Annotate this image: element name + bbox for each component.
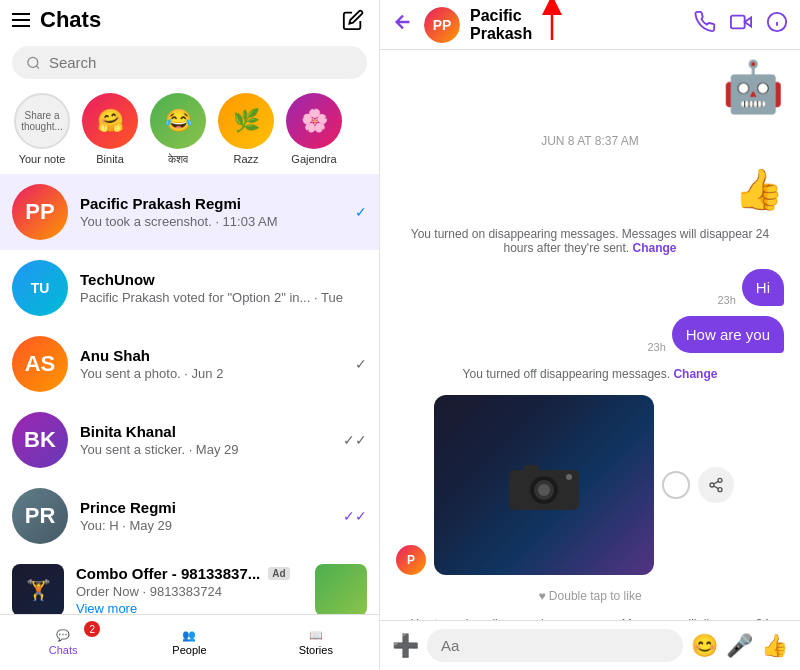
stories-icon: 📖: [309, 629, 323, 642]
photo-message: [434, 395, 654, 575]
red-arrow-annotation: [522, 0, 582, 45]
chat-meta-pacific: ✓: [355, 204, 367, 220]
hamburger-menu[interactable]: [12, 13, 30, 27]
compose-button[interactable]: [339, 6, 367, 34]
ad-image: [315, 564, 367, 614]
contact-avatar: PP: [424, 7, 460, 43]
read-icon-anu: ✓: [355, 356, 367, 372]
camera-svg: [504, 455, 584, 515]
message-input[interactable]: [427, 629, 683, 662]
plus-icon[interactable]: ➕: [392, 633, 419, 659]
left-panel: Chats Share a thought... Your note 🤗 Bin…: [0, 0, 380, 670]
thumbsup-row: 👍: [396, 166, 784, 213]
svg-point-0: [28, 57, 38, 67]
chat-messages: 🤖 JUN 8 AT 8:37 AM 👍 You turned on disap…: [380, 50, 800, 620]
call-button[interactable]: [694, 11, 716, 38]
search-icon: [26, 55, 41, 71]
mic-icon[interactable]: 🎤: [726, 633, 753, 659]
sender-avatar-photo: P: [396, 545, 426, 575]
story-razz[interactable]: 🌿 Razz: [216, 93, 276, 166]
svg-point-13: [718, 488, 722, 492]
share-button[interactable]: [698, 467, 734, 503]
chats-icon: 💬: [56, 629, 70, 642]
system-disappearing-on: You turned on disappearing messages. Mes…: [396, 223, 784, 259]
msg-row-hi: 23h Hi: [396, 269, 784, 306]
msg-timer-hi: 23h: [717, 294, 735, 306]
thumbsup-icon: 👍: [734, 166, 784, 213]
msg-timer-howareyou: 23h: [647, 341, 665, 353]
chat-meta-binita: ✓✓: [343, 432, 367, 448]
emoji-icon[interactable]: 😊: [691, 633, 718, 659]
ad-badge: Ad: [268, 567, 289, 580]
svg-point-12: [710, 483, 714, 487]
change-link-2[interactable]: Change: [673, 367, 717, 381]
stories-nav-label: Stories: [299, 644, 333, 656]
story-gajendra[interactable]: 🌸 Gajendra: [284, 93, 344, 166]
chat-name-pacific: Pacific Prakash Regmi: [80, 195, 343, 212]
photo-msg-row: P: [396, 395, 784, 575]
sticker-cloud: 🤖: [722, 62, 784, 112]
read-icon-binita: ✓✓: [343, 432, 367, 448]
chat-preview-anu: You sent a photo. · Jun 2: [80, 366, 343, 381]
chats-badge: 2: [84, 621, 100, 637]
right-panel: PP Pacific Prakash 🤖 J: [380, 0, 800, 670]
chat-item-techunow[interactable]: TU TechUnow Pacific Prakash voted for "O…: [0, 250, 379, 326]
back-button[interactable]: [392, 11, 414, 39]
story-binita[interactable]: 🤗 Binita: [80, 93, 140, 166]
story-label-yournote: Your note: [19, 153, 66, 165]
chat-preview-pacific: You took a screenshot. · 11:03 AM: [80, 214, 343, 229]
chat-meta-anu: ✓: [355, 356, 367, 372]
story-label-gajendra: Gajendra: [291, 153, 336, 165]
chats-nav-label: Chats: [49, 644, 78, 656]
chat-name-techunow: TechUnow: [80, 271, 367, 288]
chat-preview-techunow: Pacific Prakash voted for "Option 2" in.…: [80, 290, 367, 305]
nav-people[interactable]: 👥 People: [126, 615, 252, 670]
nav-chats[interactable]: 2 💬 Chats: [0, 615, 126, 670]
system-disappearing-on-2: You turned on disappearing messages. Mes…: [396, 613, 784, 620]
story-label-keshav: केशव: [168, 153, 188, 166]
chat-preview-prince: You: H · May 29: [80, 518, 331, 533]
view-more-link[interactable]: View more: [76, 601, 303, 615]
select-circle[interactable]: [662, 471, 690, 499]
chat-info-prince: Prince Regmi You: H · May 29: [80, 499, 331, 533]
thumbsup-send-icon[interactable]: 👍: [761, 633, 788, 659]
sticker-row: 🤖: [396, 62, 784, 116]
chat-meta-prince: ✓✓: [343, 508, 367, 524]
chat-item-binita[interactable]: BK Binita Khanal You sent a sticker. · M…: [0, 402, 379, 478]
search-input[interactable]: [49, 54, 353, 71]
chat-info-pacific: Pacific Prakash Regmi You took a screens…: [80, 195, 343, 229]
chat-list: PP Pacific Prakash Regmi You took a scre…: [0, 174, 379, 614]
read-icon-prince: ✓✓: [343, 508, 367, 524]
change-link-1[interactable]: Change: [633, 241, 677, 255]
svg-point-11: [718, 478, 722, 482]
double-tap-hint: ♥ Double tap to like: [396, 589, 784, 603]
chat-info-anu: Anu Shah You sent a photo. · Jun 2: [80, 347, 343, 381]
chat-item-combo[interactable]: 🏋 Combo Offer - 98133837... Ad Order Now…: [0, 554, 379, 614]
svg-line-15: [714, 481, 719, 484]
chat-info-combo: Combo Offer - 98133837... Ad Order Now ·…: [76, 565, 303, 615]
nav-stories[interactable]: 📖 Stories: [253, 615, 379, 670]
system-disappearing-off: You turned off disappearing messages. Ch…: [396, 363, 784, 385]
chat-item-pacific[interactable]: PP Pacific Prakash Regmi You took a scre…: [0, 174, 379, 250]
story-keshav[interactable]: 😂 केशव: [148, 93, 208, 166]
left-header: Chats: [0, 0, 379, 40]
svg-point-10: [566, 474, 572, 480]
chat-item-anu[interactable]: AS Anu Shah You sent a photo. · Jun 2 ✓: [0, 326, 379, 402]
header-actions: [694, 11, 788, 38]
chat-header: PP Pacific Prakash: [380, 0, 800, 50]
chat-item-prince[interactable]: PR Prince Regmi You: H · May 29 ✓✓: [0, 478, 379, 554]
info-button[interactable]: [766, 11, 788, 38]
chat-name-prince: Prince Regmi: [80, 499, 331, 516]
chat-name-combo: Combo Offer - 98133837... Ad: [76, 565, 303, 582]
msg-bubble-hi: Hi: [742, 269, 784, 306]
bottom-nav: 2 💬 Chats 👥 People 📖 Stories: [0, 614, 379, 670]
msg-bubble-howareyou: How are you: [672, 316, 784, 353]
chats-title: Chats: [40, 7, 101, 33]
people-icon: 👥: [182, 629, 196, 642]
chat-name-binita: Binita Khanal: [80, 423, 331, 440]
video-button[interactable]: [730, 11, 752, 38]
story-your-note[interactable]: Share a thought... Your note: [12, 93, 72, 166]
chat-info-techunow: TechUnow Pacific Prakash voted for "Opti…: [80, 271, 367, 305]
msg-row-howareyou: 23h How are you: [396, 316, 784, 353]
chat-info-binita: Binita Khanal You sent a sticker. · May …: [80, 423, 331, 457]
